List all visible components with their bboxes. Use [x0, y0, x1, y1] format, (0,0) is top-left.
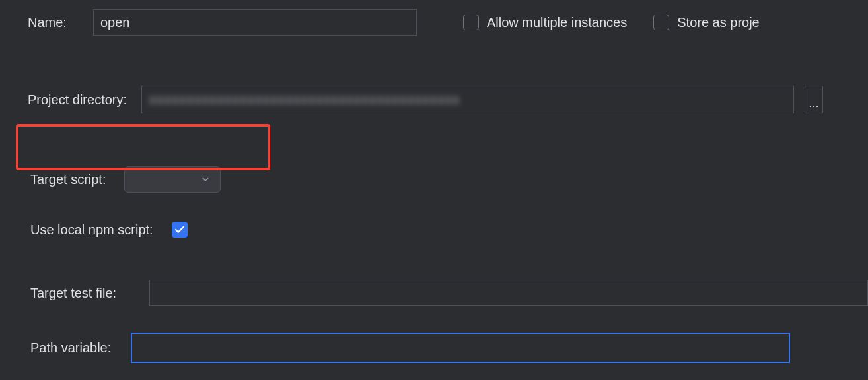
target-script-label: Target script:	[30, 172, 106, 187]
target-test-file-label: Target test file:	[30, 286, 116, 301]
store-as-project-label: Store as proje	[677, 15, 760, 30]
name-input[interactable]	[93, 9, 417, 36]
target-test-file-input[interactable]	[149, 280, 868, 306]
project-directory-value: xxxxxxxxxxxxxxxxxxxxxxxxxxxxxxxxxxxxxxxx…	[149, 91, 460, 108]
browse-button[interactable]: ...	[805, 86, 823, 113]
checkmark-icon	[174, 224, 186, 236]
use-local-npm-label: Use local npm script:	[30, 222, 153, 238]
path-variable-label: Path variable:	[30, 340, 111, 356]
name-label: Name:	[28, 15, 67, 30]
allow-multiple-label: Allow multiple instances	[487, 15, 627, 30]
project-directory-input[interactable]: xxxxxxxxxxxxxxxxxxxxxxxxxxxxxxxxxxxxxxxx…	[141, 86, 794, 113]
highlight-annotation	[16, 124, 270, 170]
path-variable-input[interactable]	[131, 332, 790, 363]
project-directory-label: Project directory:	[28, 92, 127, 108]
target-script-dropdown[interactable]	[124, 166, 221, 193]
chevron-down-icon	[200, 174, 211, 185]
allow-multiple-checkbox[interactable]	[463, 15, 479, 30]
store-as-project-checkbox[interactable]	[653, 15, 669, 30]
use-local-npm-checkbox[interactable]	[172, 222, 188, 238]
